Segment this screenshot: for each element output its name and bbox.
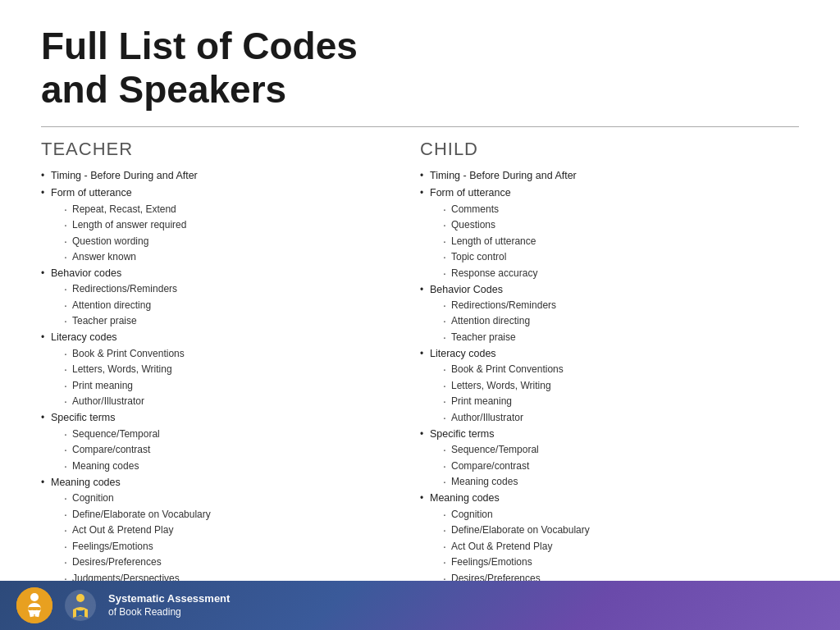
list-sub-item: Sequence/Temporal	[62, 427, 404, 441]
list-item: Specific termsSequence/TemporalCompare/c…	[41, 410, 404, 472]
list-item: Literacy codesBook & Print ConventionsLe…	[41, 330, 404, 409]
footer: Systematic Assessment of Book Reading	[0, 581, 840, 630]
sabr-logo	[16, 587, 52, 623]
list-item: Behavior codesRedirections/RemindersAtte…	[41, 266, 404, 328]
list-sub-item: Comments	[441, 202, 783, 217]
list-sub-item: Cognition	[62, 491, 404, 505]
list-item: Specific termsSequence/TemporalCompare/c…	[420, 427, 783, 489]
list-item: Meaning codesCognitionDefine/Elaborate o…	[420, 491, 783, 581]
list-sub: CommentsQuestionsLength of utteranceTopi…	[441, 202, 783, 281]
list-sub-item: Redirections/Reminders	[441, 298, 783, 313]
svg-rect-3	[28, 607, 41, 610]
list-sub: Book & Print ConventionsLetters, Words, …	[62, 346, 404, 409]
list-sub-item: Define/Elaborate on Vocabulary	[62, 507, 404, 522]
page-title: Full List of Codes and Speakers	[41, 25, 799, 112]
list-sub-item: Topic control	[441, 249, 783, 264]
list-sub-item: Compare/contrast	[62, 442, 404, 457]
list-sub-item: Feelings/Emotions	[441, 555, 783, 569]
list-item: Behavior CodesRedirections/RemindersAtte…	[420, 282, 783, 345]
list-item: Form of utteranceCommentsQuestionsLength…	[420, 185, 783, 280]
list-item: Timing - Before During and After	[41, 168, 404, 184]
list-sub-item: Teacher praise	[62, 313, 404, 328]
book-icon	[64, 589, 97, 622]
list-sub: Redirections/RemindersAttention directin…	[441, 298, 783, 345]
list-item: Meaning codesCognitionDefine/Elaborate o…	[41, 475, 404, 581]
columns-container: TEACHER Timing - Before During and After…	[41, 139, 799, 581]
list-sub: CognitionDefine/Elaborate on VocabularyA…	[62, 491, 404, 581]
list-sub-item: Act Out & Pretend Play	[62, 523, 404, 537]
list-sub-item: Act Out & Pretend Play	[441, 539, 783, 554]
list-item: Form of utteranceRepeat, Recast, ExtendL…	[41, 185, 404, 264]
list-item: Literacy codesBook & Print ConventionsLe…	[420, 346, 783, 425]
footer-subtitle: of Book Reading	[108, 606, 230, 619]
list-item: Timing - Before During and After	[420, 168, 783, 184]
list-sub: Repeat, Recast, ExtendLength of answer r…	[62, 202, 404, 265]
list-sub-item: Book & Print Conventions	[441, 362, 783, 377]
list-sub-item: Answer known	[62, 249, 404, 264]
list-sub-item: Teacher praise	[441, 330, 783, 345]
list-sub-item: Feelings/Emotions	[62, 539, 404, 554]
list-sub-item: Letters, Words, Writing	[441, 378, 783, 393]
list-sub-item: Response accuracy	[441, 266, 783, 281]
svg-point-1	[30, 593, 39, 601]
main-content: Full List of Codes and Speakers TEACHER …	[0, 0, 840, 581]
teacher-list: Timing - Before During and AfterForm of …	[41, 168, 404, 581]
list-sub-item: Desires/Preferences	[441, 571, 783, 581]
list-sub-item: Attention directing	[62, 298, 404, 313]
child-column: CHILD Timing - Before During and AfterFo…	[420, 139, 799, 581]
page-container: Full List of Codes and Speakers TEACHER …	[0, 0, 840, 630]
list-sub-item: Redirections/Reminders	[62, 281, 404, 296]
list-sub-item: Questions	[441, 217, 783, 232]
list-sub-item: Letters, Words, Writing	[62, 362, 404, 377]
section-divider	[41, 126, 799, 127]
list-sub-item: Meaning codes	[62, 459, 404, 473]
list-sub-item: Desires/Preferences	[62, 555, 404, 569]
list-sub: Redirections/RemindersAttention directin…	[62, 281, 404, 328]
child-list: Timing - Before During and AfterForm of …	[420, 168, 783, 581]
footer-title: Systematic Assessment	[108, 592, 230, 606]
list-sub-item: Book & Print Conventions	[62, 346, 404, 361]
list-sub-item: Define/Elaborate on Vocabulary	[441, 523, 783, 537]
list-sub-item: Judgments/Perspectives	[62, 571, 404, 581]
list-sub-item: Repeat, Recast, Extend	[62, 202, 404, 217]
list-sub-item: Sequence/Temporal	[441, 442, 783, 457]
list-sub-item: Length of answer required	[62, 217, 404, 232]
list-sub-item: Print meaning	[62, 378, 404, 393]
list-sub-item: Author/Illustrator	[62, 394, 404, 409]
list-sub-item: Length of utterance	[441, 234, 783, 249]
list-sub: CognitionDefine/Elaborate on VocabularyA…	[441, 507, 783, 581]
list-sub-item: Print meaning	[441, 394, 783, 409]
teacher-header: TEACHER	[41, 139, 404, 160]
list-sub-item: Meaning codes	[441, 474, 783, 489]
list-sub: Sequence/TemporalCompare/contrastMeaning…	[441, 442, 783, 489]
list-sub-item: Question wording	[62, 234, 404, 249]
list-sub: Sequence/TemporalCompare/contrastMeaning…	[62, 427, 404, 473]
list-sub-item: Author/Illustrator	[441, 410, 783, 425]
list-sub-item: Cognition	[441, 507, 783, 522]
teacher-column: TEACHER Timing - Before During and After…	[41, 139, 420, 581]
child-header: CHILD	[420, 139, 783, 160]
list-sub-item: Compare/contrast	[441, 459, 783, 473]
svg-point-7	[76, 594, 84, 602]
footer-text: Systematic Assessment of Book Reading	[108, 592, 230, 619]
list-sub: Book & Print ConventionsLetters, Words, …	[441, 362, 783, 425]
list-sub-item: Attention directing	[441, 313, 783, 328]
